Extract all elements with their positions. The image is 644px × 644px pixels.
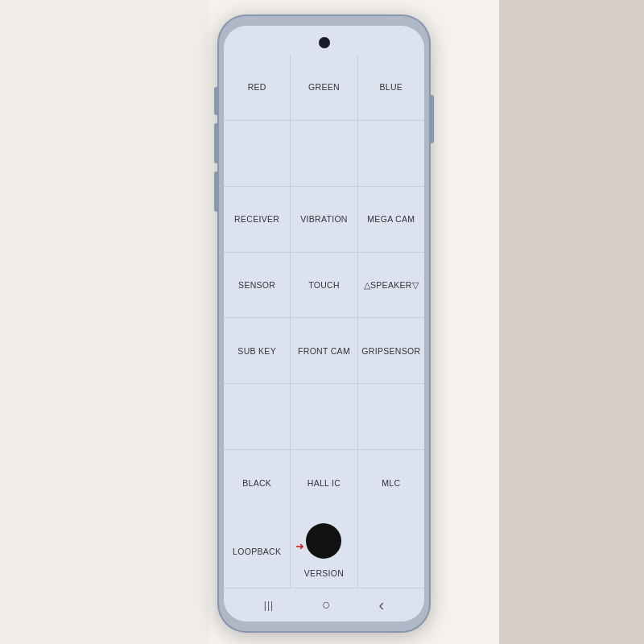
cell-version[interactable]: VERSION ➜ xyxy=(291,515,357,588)
scene: RED GREEN BLUE RECEIVER xyxy=(0,0,644,644)
cell-loopback-label: LOOPBACK xyxy=(233,547,281,556)
cell-hall-ic[interactable]: HALL IC xyxy=(291,450,357,515)
cell-sensor-label: SENSOR xyxy=(238,280,275,290)
cell-green-label: GREEN xyxy=(308,82,340,92)
volume-down-button xyxy=(214,171,217,212)
cell-empty-2 xyxy=(291,121,357,186)
home-button[interactable]: ○ xyxy=(322,597,331,613)
diagnostic-grid: RED GREEN BLUE RECEIVER xyxy=(224,55,424,515)
cell-mega-cam-label: MEGA CAM xyxy=(367,214,415,224)
cell-green[interactable]: GREEN xyxy=(291,55,357,120)
cell-front-cam-label: FRONT CAM xyxy=(298,346,350,356)
arrow-icon: ➜ xyxy=(295,540,304,552)
power-button xyxy=(431,95,434,143)
back-button[interactable]: ‹ xyxy=(378,596,384,614)
background-right xyxy=(499,0,644,644)
cell-version-label: VERSION xyxy=(304,568,344,578)
cell-mega-cam[interactable]: MEGA CAM xyxy=(358,187,424,252)
cell-black[interactable]: BLACK xyxy=(224,450,290,515)
cell-sub-key-label: SUB KEY xyxy=(237,346,276,356)
volume-mute-button xyxy=(214,87,217,115)
cell-empty-1 xyxy=(224,121,290,186)
recents-button[interactable]: ||| xyxy=(264,600,274,611)
cell-mlc-label: MLC xyxy=(382,478,400,488)
cell-hall-ic-label: HALL IC xyxy=(308,478,341,488)
cell-receiver-label: RECEIVER xyxy=(234,214,279,224)
cell-black-label: BLACK xyxy=(242,478,271,488)
cell-blue-label: BLUE xyxy=(380,82,403,92)
active-circle-indicator xyxy=(306,523,341,559)
cell-red-label: RED xyxy=(248,82,266,92)
cell-empty-3 xyxy=(358,121,424,186)
cell-touch-label: TOUCH xyxy=(308,280,340,290)
cell-front-cam[interactable]: FRONT CAM xyxy=(291,318,357,383)
screen-content: RED GREEN BLUE RECEIVER xyxy=(224,26,424,588)
cell-red[interactable]: RED xyxy=(224,55,290,120)
cell-empty-5 xyxy=(291,384,357,449)
cell-speaker[interactable]: △SPEAKER▽ xyxy=(358,253,424,318)
cell-speaker-label: △SPEAKER▽ xyxy=(364,280,419,290)
navigation-bar: ||| ○ ‹ xyxy=(224,588,424,621)
phone-shell: RED GREEN BLUE RECEIVER xyxy=(217,14,431,633)
cell-mlc[interactable]: MLC xyxy=(358,450,424,515)
cell-touch[interactable]: TOUCH xyxy=(291,253,357,318)
cell-vibration-label: VIBRATION xyxy=(300,214,348,224)
cell-receiver[interactable]: RECEIVER xyxy=(224,187,290,252)
cell-empty-4 xyxy=(224,384,290,449)
cell-grip-sensor[interactable]: GRIPSENSOR xyxy=(358,318,424,383)
cell-sensor[interactable]: SENSOR xyxy=(224,253,290,318)
background-left xyxy=(0,0,209,644)
cell-blue[interactable]: BLUE xyxy=(358,55,424,120)
cell-sub-key[interactable]: SUB KEY xyxy=(224,318,290,383)
cell-loopback[interactable]: LOOPBACK xyxy=(224,515,290,588)
cell-grip-sensor-label: GRIPSENSOR xyxy=(361,346,420,356)
front-camera-hole xyxy=(319,37,330,48)
cell-empty-bottom xyxy=(358,515,424,588)
cell-empty-6 xyxy=(358,384,424,449)
volume-up-button xyxy=(214,123,217,163)
screen: RED GREEN BLUE RECEIVER xyxy=(224,26,424,621)
cell-vibration[interactable]: VIBRATION xyxy=(291,187,357,252)
